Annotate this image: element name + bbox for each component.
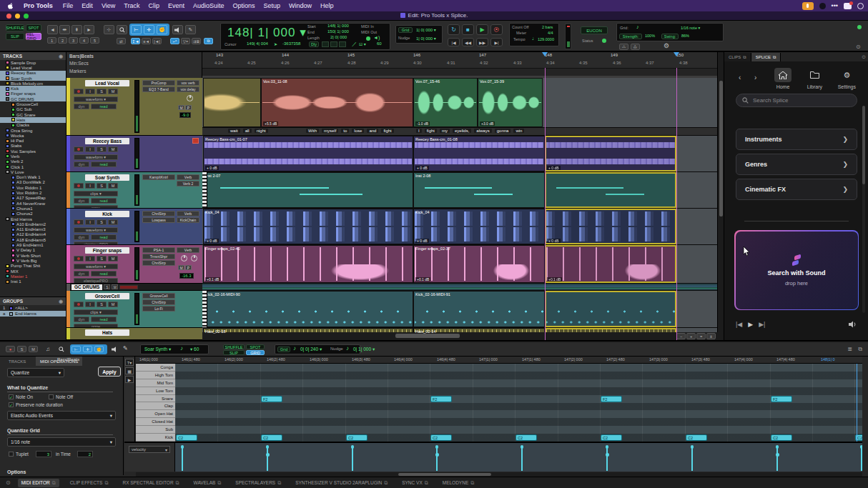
audio-clip[interactable]: + 0 dB (545, 209, 676, 244)
lyric-chip[interactable]: I (416, 129, 422, 133)
send-slot[interactable]: Verb 2 (177, 181, 199, 186)
grid-button[interactable]: Grid (398, 27, 413, 33)
dyn-button[interactable]: dyn (74, 317, 89, 322)
track-list-item[interactable]: Lead Vocal (0, 65, 66, 70)
pan-knob-right[interactable] (191, 255, 197, 262)
track-list-item[interactable]: A3 DontWalk 2 (0, 180, 66, 185)
zoom-preset-button[interactable]: 2 (58, 37, 67, 44)
track-list-item[interactable]: End Harms (0, 216, 66, 221)
solo-button[interactable]: S (97, 219, 107, 225)
strength-badge[interactable]: Strength: (619, 34, 642, 39)
record-enable-button[interactable] (74, 256, 84, 262)
operation-select[interactable]: Quantize▾ (7, 368, 64, 377)
nav-back-icon[interactable]: ‹ (739, 74, 741, 81)
dyn-button[interactable]: dyn (74, 104, 89, 109)
group-list-item[interactable]: a End Harms (0, 311, 66, 317)
pencil-tool[interactable]: ✎ (123, 345, 128, 352)
menu-item[interactable]: Clip (148, 2, 159, 9)
drum-row-label[interactable]: Low Tom (136, 387, 175, 395)
ruler-label-minsecs[interactable]: Min:Secs (69, 61, 89, 66)
track-list-item[interactable]: A12 EndHarm4 (0, 232, 66, 237)
notification-icon[interactable] (844, 3, 852, 9)
drum-row-label[interactable]: Mid Tom (136, 379, 175, 387)
drum-row-label[interactable]: Conga (136, 364, 175, 372)
link-track-edit-toggle[interactable]: ⌐° (170, 38, 179, 44)
dyn-button[interactable]: dyn (74, 198, 89, 204)
velocity-stem[interactable] (267, 447, 268, 471)
midi-clip[interactable] (545, 172, 676, 208)
track-list-item[interactable]: GC Snare (0, 112, 66, 117)
track-header-lead-vocal[interactable]: Lead Vocal ISM waveform ▾ dynread ProCom… (66, 78, 202, 136)
audio-clip[interactable]: Kick_04+ 0 dB (413, 209, 545, 244)
track-view-selector[interactable]: waveform ▾ (74, 227, 118, 233)
markers-ruler[interactable] (202, 68, 719, 76)
send-slot[interactable]: Verb (177, 247, 199, 253)
send-slot[interactable]: Verb (177, 174, 199, 180)
track-list-item[interactable]: Kick (0, 86, 66, 91)
mute-button[interactable]: M (29, 346, 38, 352)
pencil-tool[interactable]: ✎ (185, 25, 196, 34)
lyric-chip[interactable]: fight (425, 129, 437, 133)
track-list-item[interactable]: Sample Drop (0, 60, 66, 65)
toolbar-target-icon[interactable]: ⊙ (856, 44, 861, 50)
more-menu-icon[interactable]: ••• (832, 2, 838, 9)
mode-grid-mini[interactable]: GRID (246, 350, 265, 355)
pencil-mini-icon[interactable]: ／ (352, 41, 357, 48)
swing-badge[interactable]: Swing: (661, 34, 679, 39)
search-splice-input[interactable]: Search Splice (736, 94, 857, 107)
track-list-item[interactable]: MIX (0, 269, 66, 274)
midi-clip[interactable] (545, 291, 676, 327)
metronome-follow-icon[interactable]: ⧋ (631, 44, 640, 50)
track-name[interactable]: Finger snaps (85, 247, 129, 254)
velocity-stem[interactable] (606, 447, 608, 471)
audio-clip[interactable]: Finger snaps_02-37+0.1 dB (413, 245, 545, 283)
midi-note[interactable]: F2 (601, 396, 622, 402)
audio-clip[interactable]: Vox.03_11-08+5.5 dB (261, 78, 413, 127)
track-list-item[interactable]: V Verb Big (0, 258, 66, 263)
audio-clip[interactable]: + 0 dB (545, 136, 676, 171)
velocity-stem[interactable] (436, 447, 438, 471)
menu-app-name[interactable]: Pro Tools (24, 2, 53, 9)
trim-tool[interactable]: ⊢ (71, 346, 81, 352)
solo-button[interactable]: S (97, 89, 107, 94)
mode-slip-button[interactable]: SLIP (6, 33, 24, 40)
track-list-item[interactable]: V Verb Short (0, 253, 66, 258)
track-list-item[interactable]: GC DRUMS (0, 96, 66, 101)
notes-icon[interactable]: ♫ (46, 346, 50, 352)
trim-tool[interactable]: ⊢ (131, 25, 142, 34)
lyric-chip[interactable]: night (255, 129, 268, 133)
lyric-chip[interactable]: gonna (495, 129, 511, 133)
midi-track-name[interactable]: Soar Synth ▾ (144, 347, 171, 352)
input-monitor-button[interactable]: I (85, 302, 95, 307)
editor-tab[interactable]: SYNTHESIZER V STUDIO 2ARAPLUGIN⧉ (292, 479, 391, 487)
lyric-chip[interactable]: my (440, 129, 450, 133)
end-value[interactable]: 150| 1| 000 (327, 29, 349, 34)
track-list-item[interactable]: A18 EndHarm5 (0, 237, 66, 242)
midi-note[interactable]: C2 (176, 434, 197, 441)
menu-item[interactable]: Setup (264, 2, 281, 9)
dyn-button[interactable]: dyn (74, 161, 89, 167)
online-button[interactable]: ↻ (448, 24, 460, 35)
count-off-value[interactable]: 2 bars (542, 25, 553, 29)
ruler-label-bars[interactable]: Bars|Beats (69, 54, 94, 59)
quantize-source-select[interactable]: Elastic Audio Events▾ (7, 411, 116, 420)
velocity-dot[interactable] (266, 453, 270, 457)
dyn-button[interactable]: dyn (74, 271, 89, 277)
solo-button[interactable]: S (97, 256, 107, 262)
pan-knob[interactable] (181, 255, 187, 262)
return-to-zero-button[interactable]: |◀ (448, 38, 460, 46)
grid-display-button[interactable]: ▦ (125, 367, 134, 374)
layered-editing-toggle[interactable]: ⧉ (204, 38, 213, 44)
volume-icon[interactable] (849, 321, 857, 328)
midi-note-grid[interactable]: C2 C2 C2 C2 C2 C2 C2 C2 C2 F2 F2 F2 (175, 364, 862, 442)
insert-slot[interactable]: Lo-Fi (142, 306, 175, 312)
velocity-selector[interactable]: velocity▾ (129, 446, 170, 453)
lyric-chip[interactable]: fight (381, 129, 393, 133)
menu-item[interactable]: Options (232, 2, 255, 9)
menu-item[interactable]: Help (320, 2, 334, 9)
tab-transient-toggle[interactable]: ↧◄ (131, 38, 140, 44)
track-list-item[interactable]: Vox Riddim 1 (0, 185, 66, 190)
insertion-follows-toggle[interactable]: |◄| (152, 38, 162, 44)
lyric-chip[interactable]: to (341, 129, 349, 133)
track-list-item[interactable]: Verb (0, 154, 66, 159)
